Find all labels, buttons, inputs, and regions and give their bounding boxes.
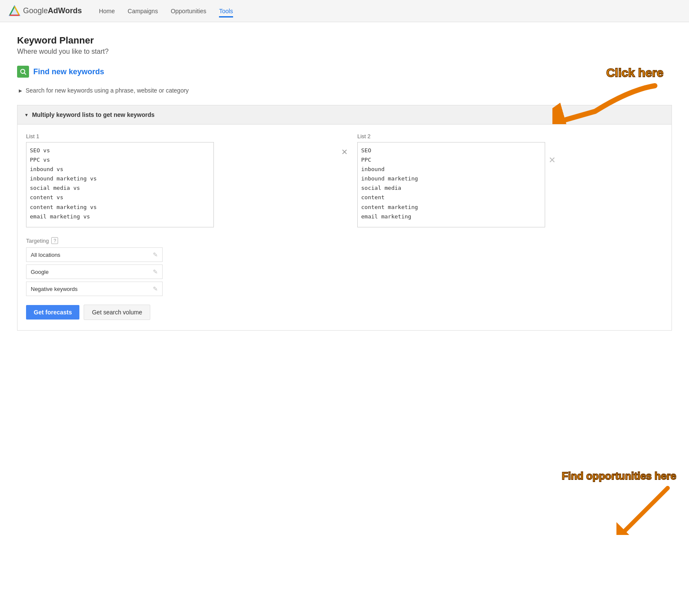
multiply-section: ▼ Multiply keyword lists to get new keyw… xyxy=(17,105,672,331)
svg-line-6 xyxy=(24,73,26,75)
nav-campaigns[interactable]: Campaigns xyxy=(128,8,158,15)
collapsed-label: Search for new keywords using a phrase, … xyxy=(26,87,189,94)
location-field-text: All locations xyxy=(31,252,153,258)
nav-links: Home Campaigns Opportunities Tools xyxy=(99,8,233,15)
list2-inner: ✕ xyxy=(357,142,663,227)
negative-keywords-field[interactable]: Negative keywords ✎ xyxy=(26,282,163,296)
list1-textarea[interactable] xyxy=(26,142,214,227)
find-keywords-title: Find new keywords xyxy=(33,67,104,76)
targeting-help-icon[interactable]: ? xyxy=(51,237,58,244)
page-title: Keyword Planner xyxy=(17,35,672,46)
list2-label: List 2 xyxy=(357,133,663,139)
expand-triangle-icon: ▶ xyxy=(19,88,22,93)
multiply-header-label: Multiply keyword lists to get new keywor… xyxy=(32,111,155,118)
adwords-logo-icon xyxy=(9,5,20,17)
network-edit-icon[interactable]: ✎ xyxy=(153,268,158,275)
find-keywords-header[interactable]: Find new keywords xyxy=(17,66,672,78)
nav-home[interactable]: Home xyxy=(99,8,115,15)
main-content: Keyword Planner Where would you like to … xyxy=(0,22,689,616)
svg-marker-1 xyxy=(10,6,19,15)
get-forecasts-button[interactable]: Get forecasts xyxy=(26,305,79,320)
list1-label: List 1 xyxy=(26,133,332,139)
list2-textarea[interactable] xyxy=(357,142,545,227)
top-nav: Google AdWords Home Campaigns Opportunit… xyxy=(0,0,689,22)
list2-clear-icon[interactable]: ✕ xyxy=(549,142,556,165)
multiply-separator: × xyxy=(332,133,357,158)
location-edit-icon[interactable]: ✎ xyxy=(153,251,158,258)
targeting-section: Targeting ? All locations ✎ Google ✎ Neg… xyxy=(26,237,663,296)
search-icon xyxy=(17,66,29,78)
list2-container: List 2 ✕ xyxy=(357,133,663,227)
negative-keywords-edit-icon[interactable]: ✎ xyxy=(153,285,158,292)
nav-opportunities[interactable]: Opportunities xyxy=(171,8,206,15)
logo-google-text: Google xyxy=(23,6,48,15)
lists-row: List 1 × List 2 ✕ xyxy=(26,133,663,229)
collapsed-phrase-row[interactable]: ▶ Search for new keywords using a phrase… xyxy=(17,83,672,98)
nav-tools[interactable]: Tools xyxy=(219,8,233,15)
list1-container: List 1 xyxy=(26,133,332,229)
multiply-body: List 1 × List 2 ✕ xyxy=(18,125,671,330)
page-wrapper: Google AdWords Home Campaigns Opportunit… xyxy=(0,0,689,616)
collapse-icon: ▼ xyxy=(24,113,29,117)
multiply-header[interactable]: ▼ Multiply keyword lists to get new keyw… xyxy=(18,105,671,125)
page-subtitle: Where would you like to start? xyxy=(17,48,672,55)
network-field-text: Google xyxy=(31,269,153,275)
targeting-label: Targeting ? xyxy=(26,237,663,244)
location-field[interactable]: All locations ✎ xyxy=(26,247,163,262)
network-field[interactable]: Google ✎ xyxy=(26,264,163,279)
negative-keywords-text: Negative keywords xyxy=(31,286,153,292)
logo-adwords-text: AdWords xyxy=(48,6,82,15)
find-keywords-section: Find new keywords ▶ Search for new keywo… xyxy=(17,66,672,98)
logo-area: Google AdWords xyxy=(9,5,82,17)
buttons-row: Get forecasts Get search volume xyxy=(26,305,663,320)
get-search-volume-button[interactable]: Get search volume xyxy=(84,305,150,320)
